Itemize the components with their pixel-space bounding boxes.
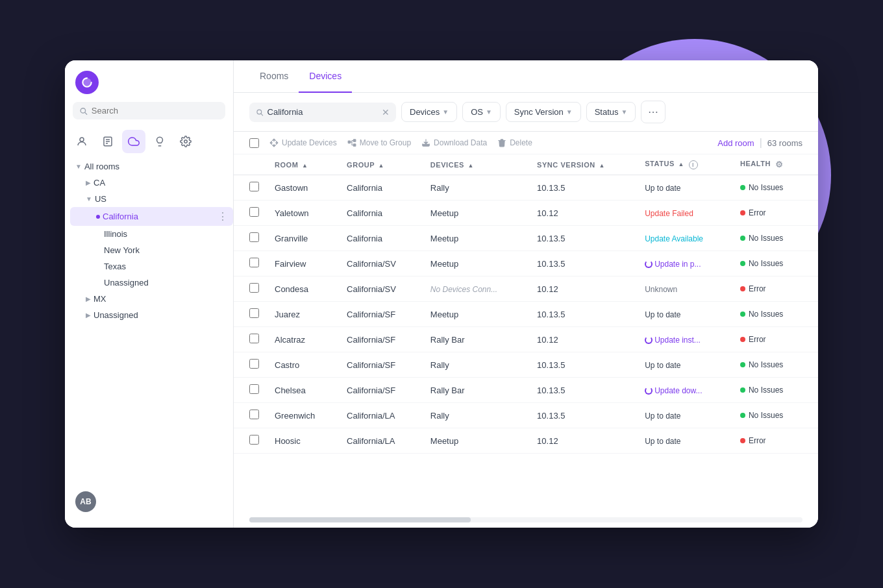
chevron-down-icon: ▼ [442, 108, 449, 116]
search-clear-icon[interactable]: ✕ [382, 107, 390, 117]
cell-health: No Issues [732, 175, 818, 201]
search-input[interactable] [267, 107, 378, 117]
health-dot [740, 236, 745, 241]
health-gear-icon[interactable]: ⚙ [775, 160, 784, 169]
chevron-down-icon: ▼ [486, 108, 492, 116]
cell-room: Alcatraz [267, 327, 339, 352]
select-all-checkbox[interactable] [249, 138, 259, 148]
cell-room: Hoosic [267, 428, 339, 454]
filter-sync-version[interactable]: Sync Version ▼ [506, 102, 581, 122]
chevron-down-icon: ▼ [566, 108, 573, 116]
nav-unassigned-us[interactable]: Unassigned [70, 275, 233, 291]
cell-group: California/SF [339, 327, 423, 352]
sidebar-icon-gear[interactable] [174, 130, 197, 153]
delete-button[interactable]: Delete [497, 138, 532, 147]
table-row: Alcatraz California/SF Rally Bar 10.12 U… [234, 327, 818, 352]
row-checkbox[interactable] [249, 384, 259, 394]
move-to-group-button[interactable]: Move to Group [347, 138, 411, 147]
svg-point-8 [184, 140, 188, 143]
cell-group: California/SF [339, 352, 423, 378]
filter-status[interactable]: Status ▼ [586, 102, 636, 122]
svg-point-3 [80, 138, 84, 141]
row-checkbox[interactable] [249, 283, 259, 293]
col-checkbox [234, 154, 267, 175]
row-checkbox[interactable] [249, 410, 259, 419]
cell-health: Error [732, 276, 818, 302]
cell-sync-version: 10.13.5 [529, 378, 637, 403]
col-health[interactable]: HEALTH ⚙ [732, 154, 818, 175]
sidebar-icon-cloud[interactable] [122, 130, 145, 153]
add-room-button[interactable]: Add room [717, 138, 754, 148]
row-checkbox[interactable] [249, 334, 259, 343]
filter-os[interactable]: OS ▼ [462, 102, 501, 122]
sidebar: ▼ All rooms ▶ CA ▼ US California ⋮ Illin… [65, 60, 234, 528]
cell-room: Chelsea [267, 378, 339, 403]
cell-status: Up to date [637, 302, 732, 327]
health-dot [740, 261, 745, 266]
cell-status: Unknown [637, 276, 732, 302]
nav-ca[interactable]: ▶ CA [70, 175, 233, 191]
row-checkbox[interactable] [249, 182, 259, 191]
cell-group: California [339, 226, 423, 251]
update-devices-button[interactable]: Update Devices [269, 138, 337, 147]
more-options-icon[interactable]: ⋮ [218, 210, 228, 223]
cell-sync-version: 10.12 [529, 276, 637, 302]
filter-devices[interactable]: Devices ▼ [401, 102, 457, 122]
cell-devices: Rally [423, 175, 529, 201]
nav-us[interactable]: ▼ US [70, 191, 233, 207]
cell-sync-version: 10.12 [529, 327, 637, 352]
cell-health: No Issues [732, 251, 818, 276]
cell-status: Up to date [637, 428, 732, 454]
nav-texas[interactable]: Texas [70, 258, 233, 275]
nav-all-rooms[interactable]: ▼ All rooms [70, 158, 233, 175]
health-dot [740, 438, 745, 443]
table-row: Hoosic California/LA Meetup 10.12 Up to … [234, 428, 818, 454]
col-sync-version[interactable]: SYNC VERSION ▲ [529, 154, 637, 175]
col-group[interactable]: GROUP ▲ [339, 154, 423, 175]
nav-illinois[interactable]: Illinois [70, 226, 233, 242]
cell-group: California [339, 175, 423, 201]
search-box[interactable]: ✕ [249, 103, 396, 122]
cell-room: Yaletown [267, 201, 339, 226]
tabs-bar: Rooms Devices [234, 60, 818, 93]
cell-health: No Issues [732, 226, 818, 251]
horizontal-scrollbar[interactable] [249, 517, 802, 522]
table-row: Granville California Meetup 10.13.5 Upda… [234, 226, 818, 251]
cell-devices: Rally Bar [423, 378, 529, 403]
cell-status: Update Failed [637, 201, 732, 226]
nav-new-york[interactable]: New York [70, 242, 233, 258]
sidebar-icon-lightbulb[interactable] [148, 130, 171, 153]
scrollbar-thumb[interactable] [249, 517, 471, 522]
chevron-down-icon: ▼ [621, 108, 628, 116]
health-dot [740, 210, 745, 215]
cell-group: California/SV [339, 251, 423, 276]
nav-mx[interactable]: ▶ MX [70, 291, 233, 307]
col-status[interactable]: STATUS ▲ i [637, 154, 732, 175]
tab-rooms[interactable]: Rooms [249, 60, 299, 93]
devices-table: ROOM ▲ GROUP ▲ DEVICES ▲ SYNC VERSION ▲ … [234, 154, 818, 454]
nav-california[interactable]: California ⋮ [70, 207, 233, 226]
tab-devices[interactable]: Devices [299, 60, 352, 93]
row-checkbox[interactable] [249, 308, 259, 318]
nav-unassigned-root[interactable]: ▶ Unassigned [70, 307, 233, 323]
sidebar-search[interactable] [73, 102, 225, 119]
cell-status: Update dow... [637, 378, 732, 403]
cell-health: No Issues [732, 352, 818, 378]
user-avatar[interactable]: AB [75, 491, 96, 512]
col-devices[interactable]: DEVICES ▲ [423, 154, 529, 175]
cell-sync-version: 10.13.5 [529, 352, 637, 378]
sidebar-icon-book[interactable] [96, 130, 119, 153]
row-checkbox[interactable] [249, 359, 259, 369]
more-options-button[interactable]: ⋯ [641, 101, 665, 123]
table-row: Condesa California/SV No Devices Conn...… [234, 276, 818, 302]
download-data-button[interactable]: Download Data [421, 138, 487, 147]
row-checkbox[interactable] [249, 258, 259, 267]
sidebar-search-input[interactable] [92, 106, 219, 116]
col-room[interactable]: ROOM ▲ [267, 154, 339, 175]
row-checkbox[interactable] [249, 207, 259, 217]
cell-group: California/LA [339, 428, 423, 454]
row-checkbox[interactable] [249, 435, 259, 445]
cell-devices: Meetup [423, 302, 529, 327]
row-checkbox[interactable] [249, 232, 259, 242]
sidebar-icon-users[interactable] [70, 130, 93, 153]
